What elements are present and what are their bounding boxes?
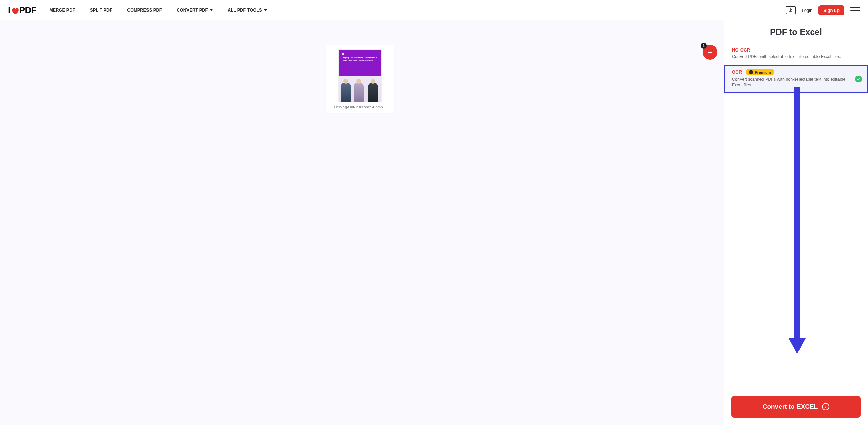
heart-icon bbox=[11, 6, 19, 15]
thumbnail-title: Helping Out Insurance Companies in Unloc… bbox=[342, 57, 378, 62]
check-icon bbox=[855, 76, 862, 82]
menu-bar-icon bbox=[850, 10, 860, 11]
logo-text-left: I bbox=[8, 5, 11, 16]
options-sidebar: PDF to Excel NO OCR Convert PDFs with se… bbox=[724, 20, 868, 425]
file-name-label: Helping-Out-Insurance-Comp... bbox=[334, 105, 386, 109]
thumbnail-person-icon bbox=[354, 82, 364, 102]
premium-label: Premium bbox=[755, 70, 771, 74]
nav-items: MERGE PDF SPLIT PDF COMPRESS PDF CONVERT… bbox=[49, 8, 267, 13]
file-count-badge: 1 bbox=[701, 43, 707, 49]
file-thumbnail: Helping Out Insurance Companies in Unloc… bbox=[338, 49, 382, 102]
logo-text-right: PDF bbox=[19, 5, 37, 16]
annotation-arrow-icon bbox=[789, 87, 806, 354]
nav-split-pdf[interactable]: SPLIT PDF bbox=[90, 8, 112, 13]
nav-all-pdf-tools[interactable]: ALL PDF TOOLS bbox=[228, 8, 267, 13]
menu-bar-icon bbox=[850, 13, 860, 14]
nav-merge-pdf[interactable]: MERGE PDF bbox=[49, 8, 75, 13]
chevron-down-icon bbox=[210, 9, 213, 11]
thumbnail-person-icon bbox=[341, 82, 351, 102]
option-title: OCR bbox=[732, 69, 742, 75]
file-canvas[interactable]: Helping Out Insurance Companies in Unloc… bbox=[0, 20, 724, 425]
thumbnail-hero: Helping Out Insurance Companies in Unloc… bbox=[339, 50, 381, 76]
menu-bar-icon bbox=[850, 7, 860, 8]
signup-button[interactable]: Sign up bbox=[818, 5, 844, 15]
login-link[interactable]: Login bbox=[802, 8, 813, 13]
plus-icon: + bbox=[707, 47, 712, 58]
sidebar-title: PDF to Excel bbox=[724, 20, 868, 43]
workspace: Helping Out Insurance Companies in Unloc… bbox=[0, 20, 868, 425]
convert-button[interactable]: Convert to EXCEL bbox=[731, 396, 861, 418]
thumbnail-subline bbox=[342, 64, 359, 64]
premium-icon bbox=[749, 70, 753, 74]
file-card[interactable]: Helping Out Insurance Companies in Unloc… bbox=[326, 45, 394, 113]
option-description: Convert PDFs with selectable text into e… bbox=[732, 54, 847, 60]
top-nav-right: Login Sign up bbox=[786, 5, 860, 15]
add-files-button[interactable]: 1 + bbox=[703, 45, 717, 60]
chevron-down-icon bbox=[264, 9, 267, 11]
option-ocr[interactable]: OCR Premium Convert scanned PDFs with no… bbox=[724, 65, 868, 93]
option-title: NO OCR bbox=[732, 47, 750, 53]
logo[interactable]: I PDF bbox=[8, 5, 36, 16]
arrow-right-circle-icon bbox=[822, 403, 829, 410]
top-nav: I PDF MERGE PDF SPLIT PDF COMPRESS PDF C… bbox=[0, 0, 868, 20]
premium-badge: Premium bbox=[746, 69, 774, 75]
thumbnail-person-icon bbox=[368, 82, 378, 102]
thumbnail-logo-icon bbox=[342, 53, 344, 55]
option-description: Convert scanned PDFs with non-selectable… bbox=[732, 77, 847, 88]
nav-convert-pdf[interactable]: CONVERT PDF bbox=[177, 8, 213, 13]
hamburger-menu-button[interactable] bbox=[850, 6, 860, 14]
download-app-button[interactable] bbox=[786, 6, 796, 14]
convert-button-label: Convert to EXCEL bbox=[763, 403, 818, 410]
download-icon bbox=[788, 8, 793, 13]
nav-compress-pdf[interactable]: COMPRESS PDF bbox=[127, 8, 162, 13]
option-no-ocr[interactable]: NO OCR Convert PDFs with selectable text… bbox=[724, 43, 868, 65]
thumbnail-photo bbox=[339, 76, 381, 102]
